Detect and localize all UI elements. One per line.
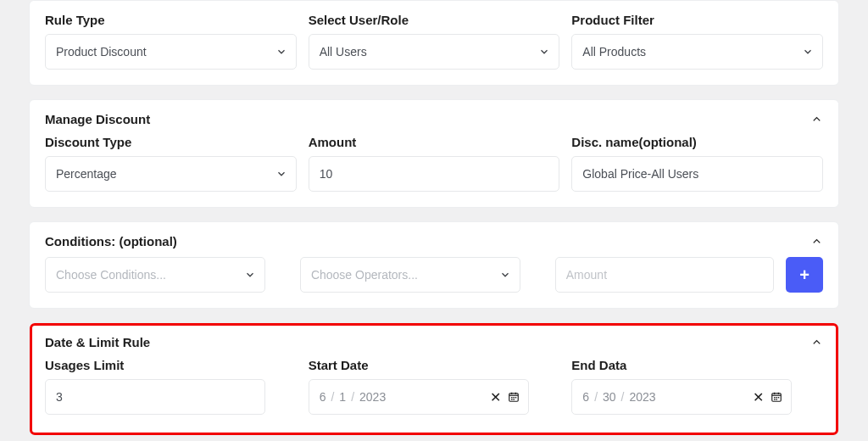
- usages-limit-label: Usages Limit: [45, 358, 297, 372]
- disc-name-input[interactable]: [571, 156, 823, 192]
- conditions-heading: Conditions: (optional): [45, 234, 177, 248]
- start-date-input[interactable]: 6 / 1 / 2023 ✕: [309, 379, 529, 415]
- end-date-field: End Data 6 / 30 / 2023 ✕: [571, 358, 823, 415]
- end-date-month[interactable]: 6: [582, 390, 589, 404]
- start-date-month[interactable]: 6: [320, 390, 326, 404]
- svg-rect-13: [774, 397, 775, 398]
- svg-rect-6: [515, 397, 515, 398]
- user-role-field: Select User/Role All Users: [309, 13, 560, 70]
- manage-discount-panel: Manage Discount Discount Type Percentage…: [29, 99, 839, 208]
- amount-label: Amount: [309, 135, 560, 149]
- start-date-day[interactable]: 1: [339, 390, 346, 404]
- top-settings-panel: Rule Type Product Discount Select User/R…: [29, 0, 839, 86]
- chevron-down-icon: [538, 35, 550, 69]
- conditions-panel: Conditions: (optional) Choose Conditions…: [29, 221, 839, 309]
- chevron-down-icon: [275, 35, 287, 69]
- plus-icon: +: [799, 265, 810, 285]
- start-date-year[interactable]: 2023: [359, 390, 386, 404]
- operator-placeholder: Choose Operators...: [311, 268, 418, 282]
- collapse-toggle[interactable]: [810, 113, 823, 126]
- operator-select[interactable]: Choose Operators...: [300, 257, 520, 293]
- product-filter-select[interactable]: All Products: [571, 34, 823, 70]
- end-date-input[interactable]: 6 / 30 / 2023 ✕: [571, 379, 792, 415]
- date-limit-heading: Date & Limit Rule: [45, 335, 150, 349]
- chevron-down-icon: [244, 258, 256, 292]
- discount-type-value: Percentage: [56, 167, 117, 181]
- discount-type-label: Discount Type: [45, 135, 297, 149]
- end-date-label: End Data: [571, 358, 823, 372]
- collapse-toggle[interactable]: [810, 336, 823, 349]
- user-role-value: All Users: [320, 45, 367, 59]
- product-filter-field: Product Filter All Products: [571, 13, 823, 70]
- date-separator: /: [594, 390, 598, 404]
- discount-type-select[interactable]: Percentage: [45, 156, 297, 192]
- rule-type-value: Product Discount: [56, 45, 147, 59]
- clear-date-icon[interactable]: ✕: [488, 389, 503, 405]
- svg-rect-14: [776, 397, 777, 398]
- disc-name-label: Disc. name(optional): [571, 135, 823, 149]
- collapse-toggle[interactable]: [810, 235, 823, 248]
- condition-placeholder: Choose Conditions...: [56, 268, 166, 282]
- chevron-down-icon: [802, 35, 814, 69]
- product-filter-value: All Products: [582, 45, 646, 59]
- svg-rect-15: [778, 397, 779, 398]
- condition-select[interactable]: Choose Conditions...: [45, 257, 265, 293]
- start-date-field: Start Date 6 / 1 / 2023 ✕: [309, 358, 560, 415]
- calendar-icon[interactable]: [508, 391, 520, 403]
- user-role-label: Select User/Role: [309, 13, 560, 27]
- date-separator: /: [621, 390, 625, 404]
- rule-type-field: Rule Type Product Discount: [45, 13, 297, 70]
- end-date-year[interactable]: 2023: [629, 390, 655, 404]
- chevron-down-icon: [499, 258, 511, 292]
- clear-date-icon[interactable]: ✕: [751, 389, 765, 405]
- end-date-day[interactable]: 30: [603, 390, 616, 404]
- usages-limit-field: Usages Limit: [45, 358, 297, 415]
- start-date-label: Start Date: [309, 358, 560, 372]
- user-role-select[interactable]: All Users: [309, 34, 560, 70]
- amount-input[interactable]: [309, 156, 560, 192]
- svg-rect-4: [511, 397, 512, 398]
- add-condition-button[interactable]: +: [786, 257, 823, 293]
- discount-type-field: Discount Type Percentage: [45, 135, 297, 192]
- calendar-icon[interactable]: [771, 391, 782, 403]
- date-limit-panel: Date & Limit Rule Usages Limit Start Dat…: [29, 322, 839, 436]
- product-filter-label: Product Filter: [571, 13, 823, 27]
- date-separator: /: [351, 390, 354, 404]
- condition-amount-input[interactable]: [555, 257, 774, 293]
- date-separator: /: [331, 390, 334, 404]
- svg-rect-8: [513, 399, 514, 399]
- svg-rect-7: [511, 399, 512, 399]
- rule-type-select[interactable]: Product Discount: [45, 34, 297, 70]
- chevron-down-icon: [275, 157, 287, 191]
- svg-rect-5: [513, 397, 514, 398]
- usages-limit-input[interactable]: [45, 379, 265, 415]
- manage-discount-heading: Manage Discount: [45, 112, 150, 126]
- amount-field: Amount: [309, 135, 560, 192]
- disc-name-field: Disc. name(optional): [571, 135, 823, 192]
- rule-type-label: Rule Type: [45, 13, 297, 27]
- svg-rect-16: [774, 399, 775, 399]
- svg-rect-17: [776, 399, 777, 399]
